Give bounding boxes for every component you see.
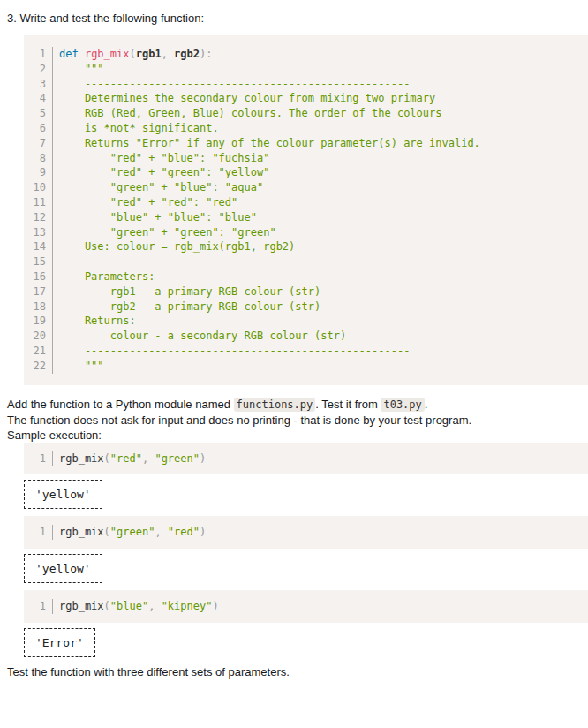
code-text: "green" + "blue": "aqua": [53, 180, 263, 195]
output-box-error: 'Error': [24, 628, 95, 657]
line-number: 7: [24, 136, 53, 151]
code-line: 8 "red" + "blue": "fuchsia": [24, 151, 588, 166]
sample-call-2-code-block: 1rgb_mix("green", "red"): [24, 516, 588, 549]
code-text: "green" + "green": "green": [53, 225, 276, 240]
inline-code-t03-py: t03.py: [381, 398, 424, 412]
code-line: 3 --------------------------------------…: [24, 77, 588, 92]
code-text: ----------------------------------------…: [53, 77, 410, 92]
code-text: rgb_mix("green", "red"): [53, 525, 206, 540]
code-text: """: [53, 62, 104, 77]
code-text: Returns "Error" if any of the colour par…: [53, 136, 480, 151]
code-text: Returns:: [53, 314, 136, 329]
paragraph-text: Add the function to a Python module name…: [7, 398, 234, 411]
code-line: 20 colour - a secondary RGB colour (str): [24, 329, 588, 344]
output-box-yellow-1: 'yellow': [24, 480, 102, 509]
line-number: 15: [24, 254, 53, 269]
code-line: 14 Use: colour = rgb_mix(rgb1, rgb2): [24, 239, 588, 254]
line-number: 13: [24, 225, 53, 240]
output-row: 'Error': [24, 628, 588, 657]
paragraph-add-function: Add the function to a Python module name…: [7, 397, 588, 413]
code-text: Determines the secondary colour from mix…: [53, 91, 435, 106]
line-number: 1: [24, 47, 53, 62]
code-line: 6 is *not* significant.: [24, 121, 588, 136]
line-number: 17: [24, 284, 53, 300]
code-line: 1rgb_mix("green", "red"): [24, 525, 588, 540]
code-text: ----------------------------------------…: [53, 254, 410, 269]
code-line: 19 Returns:: [24, 314, 588, 329]
output-row: 'yellow': [24, 480, 588, 509]
line-number: 19: [24, 314, 53, 329]
line-number: 14: [24, 239, 53, 254]
code-line: 21 -------------------------------------…: [24, 344, 588, 359]
line-number: 1: [24, 451, 53, 466]
code-line: 1rgb_mix("red", "green"): [24, 451, 588, 466]
code-text: """: [53, 359, 104, 374]
line-number: 9: [24, 165, 53, 180]
code-line: 22 """: [24, 359, 588, 374]
code-line: 15 -------------------------------------…: [24, 254, 588, 269]
line-number: 21: [24, 344, 53, 359]
line-number: 1: [24, 525, 53, 540]
code-text: rgb2 - a primary RGB colour (str): [53, 300, 320, 315]
code-line: 1rgb_mix("blue", "kipney"): [24, 599, 588, 614]
code-line: 7 Returns "Error" if any of the colour p…: [24, 136, 588, 151]
code-line: 17 rgb1 - a primary RGB colour (str): [24, 284, 588, 300]
code-line: 11 "red" + "red": "red": [24, 195, 588, 210]
line-number: 8: [24, 151, 53, 166]
code-text: Parameters:: [53, 269, 155, 284]
code-text: ----------------------------------------…: [53, 344, 410, 359]
paragraph-text: . Test it from: [315, 398, 381, 411]
code-text: rgb_mix("blue", "kipney"): [53, 599, 219, 614]
line-number: 5: [24, 106, 53, 121]
code-line: 16 Parameters:: [24, 269, 588, 284]
line-number: 11: [24, 195, 53, 210]
line-number: 2: [24, 62, 53, 77]
code-line: 9 "red" + "green": "yellow": [24, 165, 588, 180]
code-text: "blue" + "blue": "blue": [53, 210, 257, 225]
code-text: RGB (Red, Green, Blue) colours. The orde…: [53, 106, 441, 121]
code-text: "red" + "red": "red": [53, 195, 237, 210]
code-line: 10 "green" + "blue": "aqua": [24, 180, 588, 195]
paragraph-no-input: The function does not ask for input and …: [7, 413, 588, 428]
line-number: 18: [24, 300, 53, 315]
code-line: 4 Determines the secondary colour from m…: [24, 91, 588, 106]
code-text: is *not* significant.: [53, 121, 219, 136]
exercise-heading: 3. Write and test the following function…: [7, 11, 588, 26]
paragraph-text: .: [425, 398, 428, 411]
output-row: 'yellow': [24, 554, 588, 583]
line-number: 22: [24, 359, 53, 374]
code-line: 12 "blue" + "blue": "blue": [24, 210, 588, 225]
code-line: 1def rgb_mix(rgb1, rgb2):: [24, 47, 588, 62]
assignment-page: 3. Write and test the following function…: [0, 0, 588, 697]
code-line: 2 """: [24, 62, 588, 77]
line-number: 3: [24, 77, 53, 92]
code-line: 18 rgb2 - a primary RGB colour (str): [24, 300, 588, 315]
paragraph-sample-execution: Sample execution:: [7, 428, 588, 443]
line-number: 20: [24, 329, 53, 344]
code-line: 5 RGB (Red, Green, Blue) colours. The or…: [24, 106, 588, 121]
code-text: colour - a secondary RGB colour (str): [53, 329, 346, 344]
code-text: Use: colour = rgb_mix(rgb1, rgb2): [53, 239, 295, 254]
code-text: rgb_mix("red", "green"): [53, 451, 206, 466]
line-number: 12: [24, 210, 53, 225]
output-box-yellow-2: 'yellow': [24, 554, 102, 583]
code-text: "red" + "blue": "fuchsia": [53, 151, 269, 166]
code-text: rgb1 - a primary RGB colour (str): [53, 284, 320, 300]
code-text: "red" + "green": "yellow": [53, 165, 269, 180]
paragraph-test-function: Test the function with three different s…: [7, 664, 588, 679]
line-number: 10: [24, 180, 53, 195]
function-docstring-code-block: 1def rgb_mix(rgb1, rgb2):2 """3 --------…: [24, 35, 588, 385]
sample-call-1-code-block: 1rgb_mix("red", "green"): [24, 443, 588, 475]
line-number: 16: [24, 269, 53, 284]
line-number: 6: [24, 121, 53, 136]
line-number: 4: [24, 91, 53, 106]
sample-call-3-code-block: 1rgb_mix("blue", "kipney"): [24, 590, 588, 623]
inline-code-functions-py: functions.py: [234, 398, 316, 412]
line-number: 1: [24, 599, 53, 614]
code-line: 13 "green" + "green": "green": [24, 225, 588, 240]
code-text: def rgb_mix(rgb1, rgb2):: [53, 47, 212, 62]
